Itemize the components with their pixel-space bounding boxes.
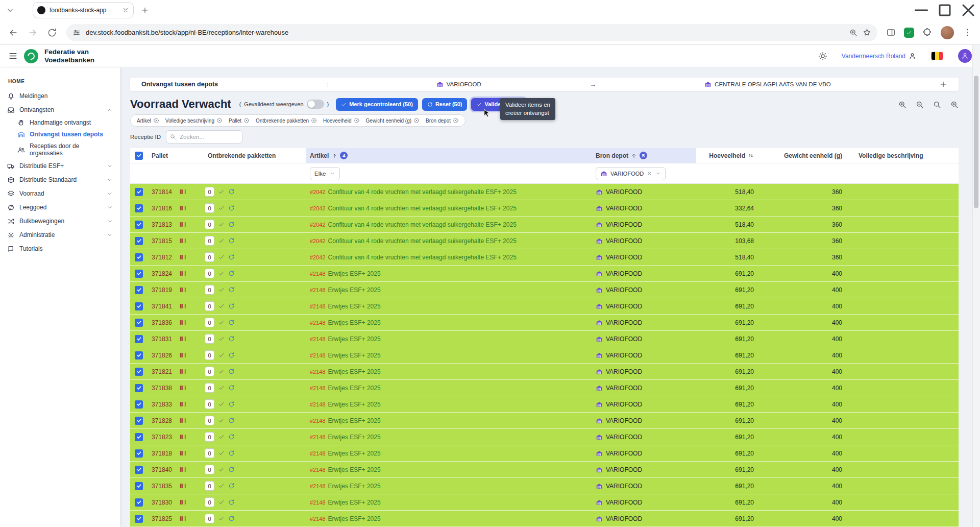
row-checkbox[interactable] — [135, 221, 143, 229]
reset-row-icon[interactable] — [228, 254, 235, 260]
reset-row-icon[interactable] — [228, 499, 235, 506]
reset-row-icon[interactable] — [228, 303, 235, 309]
zoom-out-icon[interactable] — [915, 100, 924, 109]
row-checkbox[interactable] — [135, 286, 143, 294]
remove-filter-icon[interactable] — [216, 117, 223, 124]
zoom-indicator-icon[interactable] — [849, 28, 857, 37]
row-checkbox[interactable] — [135, 335, 143, 343]
confirm-icon[interactable] — [218, 352, 225, 358]
select-all-checkbox[interactable] — [135, 152, 143, 160]
confirm-icon[interactable] — [218, 385, 225, 391]
sidebar-item-meldingen[interactable]: Meldingen — [0, 89, 120, 103]
reset-row-icon[interactable] — [228, 434, 235, 440]
add-transfer-button[interactable] — [939, 80, 947, 88]
remove-filter-icon[interactable] — [153, 117, 159, 124]
row-checkbox[interactable] — [135, 466, 143, 474]
confirm-icon[interactable] — [218, 205, 225, 211]
user-menu[interactable]: Vandermeersch Roland — [842, 52, 916, 60]
confirm-icon[interactable] — [218, 336, 225, 342]
reset-row-icon[interactable] — [228, 450, 235, 457]
filter-chip-gewicht-eenheid-g[interactable]: Gewicht eenheid (g) — [364, 116, 422, 125]
side-panel-icon[interactable] — [886, 28, 896, 37]
browser-tab[interactable]: foodbanks-stock-app — [33, 2, 134, 18]
row-checkbox[interactable] — [135, 482, 143, 490]
address-bar[interactable]: dev.stock.foodbanksit.be/stock/app/nl-BE… — [66, 24, 877, 41]
filter-chip-artikel[interactable]: Artikel — [135, 116, 161, 125]
filter-chip-hoeveelheid[interactable]: Hoeveelheid — [321, 116, 362, 125]
confirm-icon[interactable] — [218, 401, 225, 408]
confirm-icon[interactable] — [218, 270, 225, 277]
confirm-icon[interactable] — [218, 286, 225, 293]
new-tab-button[interactable] — [141, 6, 149, 14]
confirm-icon[interactable] — [218, 188, 225, 195]
row-checkbox[interactable] — [135, 188, 143, 196]
search-icon[interactable] — [933, 100, 941, 109]
row-checkbox[interactable] — [135, 417, 143, 425]
url-text[interactable]: dev.stock.foodbanksit.be/stock/app/nl-BE… — [86, 29, 844, 36]
tab-search-icon[interactable] — [6, 6, 14, 14]
sidebar-item-recepties-door-de-organisaties[interactable]: Recepties door de organisaties — [0, 140, 120, 159]
sidebar-item-distributie-esf[interactable]: Distributie ESF+ — [0, 159, 120, 173]
minimize-button[interactable] — [910, 0, 933, 20]
back-button[interactable] — [8, 28, 18, 38]
reset-row-icon[interactable] — [228, 401, 235, 408]
language-flag-be[interactable] — [932, 52, 943, 60]
profile-avatar[interactable] — [941, 26, 954, 39]
reset-row-icon[interactable] — [228, 237, 235, 244]
reset-row-icon[interactable] — [228, 515, 235, 522]
confirm-icon[interactable] — [218, 515, 225, 522]
row-checkbox[interactable] — [135, 433, 143, 441]
filter-chip-ontbrekende-pakketten[interactable]: Ontbrekende pakketten — [254, 116, 319, 125]
reset-button[interactable]: Reset (50) — [422, 98, 468, 111]
source-depot-filter[interactable]: VARIOFOOD — [596, 167, 666, 180]
confirm-icon[interactable] — [218, 434, 225, 440]
confirm-icon[interactable] — [218, 368, 225, 375]
close-window-button[interactable] — [957, 0, 980, 20]
reset-row-icon[interactable] — [228, 205, 235, 211]
row-checkbox[interactable] — [135, 515, 143, 523]
column-header-source[interactable]: Bron depot 5 — [592, 148, 696, 163]
reception-search-input[interactable] — [166, 130, 242, 143]
reset-row-icon[interactable] — [228, 221, 235, 228]
confirm-icon[interactable] — [218, 221, 225, 228]
scrollbar-thumb[interactable] — [974, 76, 978, 208]
reload-button[interactable] — [47, 28, 57, 38]
sidebar-item-handmatige-ontvangst[interactable]: Handmatige ontvangst — [0, 117, 120, 129]
reset-row-icon[interactable] — [228, 336, 235, 342]
row-checkbox[interactable] — [135, 498, 143, 507]
user-avatar[interactable] — [958, 49, 972, 63]
filter-chip-pallet[interactable]: Pallet — [227, 116, 252, 125]
row-checkbox[interactable] — [135, 204, 143, 212]
site-info-icon[interactable] — [72, 29, 81, 37]
confirm-icon[interactable] — [218, 237, 225, 244]
remove-filter-icon[interactable] — [243, 117, 250, 124]
column-header-description[interactable]: Volledige beschrijving — [849, 148, 959, 163]
remove-filter-icon[interactable] — [354, 117, 360, 124]
browser-menu-icon[interactable] — [963, 28, 972, 37]
extension-check-icon[interactable] — [904, 28, 914, 38]
row-checkbox[interactable] — [135, 319, 143, 327]
sidebar-item-ontvangst-tussen-depots[interactable]: Ontvangst tussen depots — [0, 129, 120, 140]
confirm-icon[interactable] — [218, 499, 225, 506]
confirm-icon[interactable] — [218, 254, 225, 260]
tab-close-icon[interactable] — [122, 7, 129, 14]
sidebar-item-bulkbewegingen[interactable]: Bulkbewegingen — [0, 214, 120, 228]
row-checkbox[interactable] — [135, 302, 143, 310]
confirm-icon[interactable] — [218, 417, 225, 424]
row-checkbox[interactable] — [135, 253, 143, 261]
sidebar-item-administratie[interactable]: Administratie — [0, 228, 120, 242]
reset-row-icon[interactable] — [228, 319, 235, 326]
mark-checked-button[interactable]: Merk gecontroleerd (50) — [336, 98, 418, 111]
remove-filter-icon[interactable] — [453, 117, 459, 124]
zoom-in-icon[interactable] — [898, 100, 906, 109]
column-header-pallet[interactable]: Pallet — [148, 148, 204, 163]
theme-toggle-icon[interactable] — [818, 52, 827, 61]
row-checkbox[interactable] — [135, 237, 143, 245]
column-header-quantity[interactable]: Hoeveelheid — [696, 148, 765, 163]
row-checkbox[interactable] — [135, 400, 143, 409]
sidebar-item-tutorials[interactable]: Tutorials — [0, 242, 120, 256]
reset-row-icon[interactable] — [228, 188, 235, 195]
remove-filter-icon[interactable] — [311, 117, 317, 124]
column-header-missing[interactable]: Ontbrekende pakketten — [204, 148, 306, 163]
reset-row-icon[interactable] — [228, 270, 235, 277]
